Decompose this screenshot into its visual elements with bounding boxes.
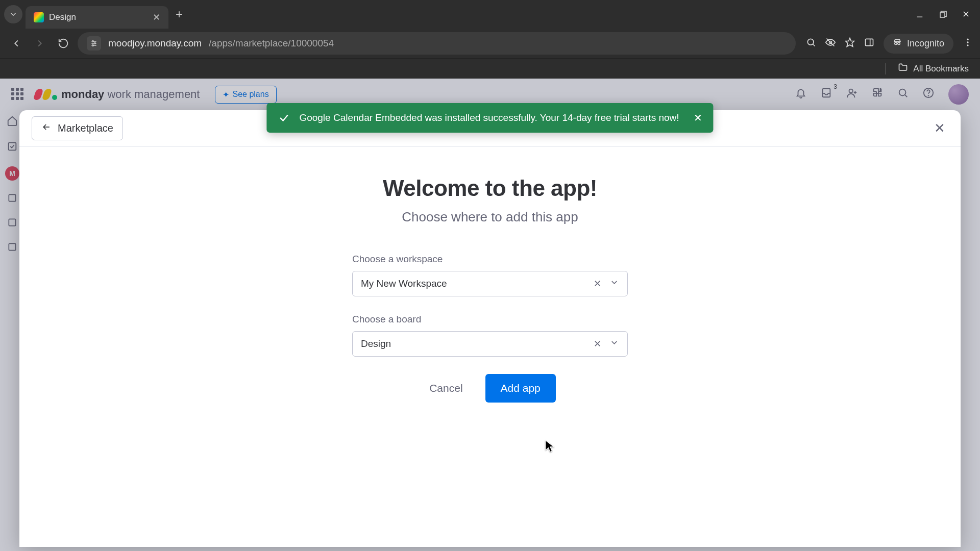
browser-titlebar: Design ✕ + ✕ <box>0 0 980 29</box>
modal-actions: Cancel Add app <box>352 374 628 403</box>
svg-rect-2 <box>940 13 945 17</box>
back-button[interactable] <box>7 34 26 53</box>
minimize-icon[interactable] <box>915 10 924 19</box>
divider <box>885 63 886 74</box>
svg-point-6 <box>92 41 94 42</box>
svg-line-10 <box>813 44 815 46</box>
incognito-label: Incognito <box>907 38 944 49</box>
board-value: Design <box>361 338 391 349</box>
svg-point-7 <box>94 43 96 44</box>
clear-board-icon[interactable]: ✕ <box>591 338 604 349</box>
back-to-marketplace-button[interactable]: Marketplace <box>32 116 123 140</box>
bookmarks-bar: All Bookmarks <box>0 58 980 79</box>
modal-form: Choose a workspace My New Workspace ✕ Ch… <box>352 254 628 403</box>
mouse-cursor-icon <box>545 440 554 453</box>
close-window-icon[interactable]: ✕ <box>962 9 970 20</box>
svg-point-8 <box>92 45 94 46</box>
svg-point-18 <box>967 38 968 40</box>
window-controls: ✕ <box>915 9 976 20</box>
incognito-icon <box>893 38 902 49</box>
search-icon[interactable] <box>806 37 816 50</box>
chevron-down-icon[interactable] <box>604 278 619 290</box>
svg-point-19 <box>967 41 968 43</box>
address-bar[interactable]: moodjoy.monday.com/apps/marketplace/1000… <box>78 32 796 55</box>
svg-marker-13 <box>846 38 854 46</box>
chevron-down-icon[interactable] <box>604 338 619 350</box>
clear-workspace-icon[interactable]: ✕ <box>591 278 604 289</box>
modal-close-icon[interactable]: ✕ <box>931 117 948 139</box>
back-label: Marketplace <box>58 122 113 134</box>
workspace-value: My New Workspace <box>361 278 447 289</box>
kebab-menu-icon[interactable] <box>963 37 973 50</box>
workspace-label: Choose a workspace <box>352 254 628 265</box>
board-select[interactable]: Design ✕ <box>352 331 628 357</box>
tab-search-button[interactable] <box>4 5 22 23</box>
browser-tab[interactable]: Design ✕ <box>26 6 168 29</box>
modal-subtitle: Choose where to add this app <box>402 209 578 225</box>
forward-button[interactable] <box>31 34 49 53</box>
toast-message: Google Calendar Embedded was installed s… <box>299 112 679 123</box>
tab-title: Design <box>49 12 148 22</box>
bookmark-star-icon[interactable] <box>845 37 855 50</box>
add-app-button[interactable]: Add app <box>485 374 556 403</box>
favicon-icon <box>34 12 44 22</box>
check-icon <box>278 112 290 124</box>
maximize-icon[interactable] <box>939 10 948 19</box>
folder-icon <box>898 62 908 75</box>
svg-point-20 <box>967 44 968 46</box>
svg-rect-14 <box>865 39 873 45</box>
toast-close-icon[interactable]: ✕ <box>694 112 702 124</box>
arrow-left-icon <box>41 122 52 135</box>
new-tab-button[interactable]: + <box>168 7 190 21</box>
close-tab-icon[interactable]: ✕ <box>153 12 160 23</box>
modal-title: Welcome to the app! <box>383 176 597 201</box>
board-label: Choose a board <box>352 314 628 325</box>
svg-point-16 <box>895 42 897 45</box>
eye-off-icon[interactable] <box>825 37 836 50</box>
marketplace-modal: Marketplace ✕ Welcome to the app! Choose… <box>19 110 961 547</box>
svg-point-17 <box>898 42 900 45</box>
cancel-button[interactable]: Cancel <box>424 375 468 402</box>
url-path: /apps/marketplace/10000054 <box>209 38 334 49</box>
modal-body: Welcome to the app! Choose where to add … <box>19 147 961 403</box>
success-toast: Google Calendar Embedded was installed s… <box>266 103 713 133</box>
all-bookmarks-link[interactable]: All Bookmarks <box>913 64 969 74</box>
svg-point-9 <box>807 39 814 45</box>
incognito-chip[interactable]: Incognito <box>884 34 953 54</box>
workspace-select[interactable]: My New Workspace ✕ <box>352 271 628 296</box>
browser-toolbar: moodjoy.monday.com/apps/marketplace/1000… <box>0 29 980 58</box>
sidepanel-icon[interactable] <box>864 37 874 50</box>
reload-button[interactable] <box>54 34 72 53</box>
site-settings-icon[interactable] <box>87 36 101 51</box>
url-host: moodjoy.monday.com <box>108 38 202 49</box>
